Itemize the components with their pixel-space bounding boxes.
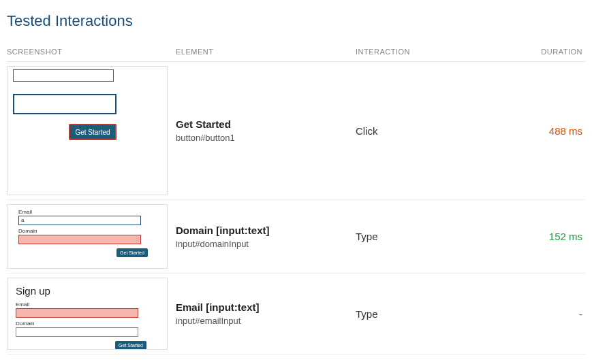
thumb-email-input: a bbox=[18, 216, 141, 225]
thumb-domain-label: Domain bbox=[16, 320, 35, 327]
thumb-get-started-button: Get Started bbox=[116, 248, 148, 257]
element-selector: input#domainInput bbox=[176, 239, 353, 249]
thumb-email-label: Email bbox=[16, 301, 29, 308]
col-element: ELEMENT bbox=[176, 42, 356, 62]
element-name: Get Started bbox=[176, 118, 353, 130]
element-name: Email [input:text] bbox=[176, 301, 353, 313]
interactions-table: SCREENSHOT ELEMENT INTERACTION DURATION … bbox=[7, 42, 585, 354]
interaction-duration: 152 ms bbox=[499, 200, 585, 274]
interaction-type: Click bbox=[356, 62, 499, 200]
thumb-domain-input-highlighted bbox=[18, 235, 141, 244]
screenshot-thumbnail[interactable]: Sign up Email Domain Get Started bbox=[7, 278, 168, 350]
table-row: Email a Domain Get Started Domain [input… bbox=[7, 200, 585, 274]
screenshot-thumbnail[interactable]: Email a Domain Get Started bbox=[7, 204, 168, 269]
thumb-text-input-focused bbox=[13, 94, 116, 114]
interaction-type: Type bbox=[356, 200, 499, 274]
element-selector: button#button1 bbox=[176, 133, 353, 143]
element-name: Domain [input:text] bbox=[176, 225, 353, 236]
col-screenshot: SCREENSHOT bbox=[7, 42, 176, 62]
col-interaction: INTERACTION bbox=[356, 42, 499, 62]
thumb-get-started-button: Get Started bbox=[69, 124, 116, 140]
thumb-email-input-highlighted bbox=[16, 308, 138, 318]
thumb-email-label: Email bbox=[18, 209, 32, 215]
element-selector: input#emailInput bbox=[176, 316, 353, 326]
thumb-signup-heading: Sign up bbox=[16, 285, 50, 297]
thumb-domain-label: Domain bbox=[18, 228, 37, 234]
page-title: Tested Interactions bbox=[7, 7, 585, 42]
screenshot-thumbnail[interactable]: Get Started bbox=[7, 66, 168, 195]
interaction-type: Type bbox=[356, 274, 499, 354]
thumb-get-started-button: Get Started bbox=[115, 341, 146, 350]
table-row: Get Started Get Started button#button1 C… bbox=[7, 62, 585, 200]
interaction-duration: 488 ms bbox=[499, 62, 585, 200]
thumb-text-input bbox=[13, 69, 114, 82]
interaction-duration: - bbox=[499, 274, 585, 354]
table-row: Sign up Email Domain Get Started Email [… bbox=[7, 274, 585, 354]
thumb-domain-input bbox=[16, 327, 138, 337]
col-duration: DURATION bbox=[499, 42, 585, 62]
